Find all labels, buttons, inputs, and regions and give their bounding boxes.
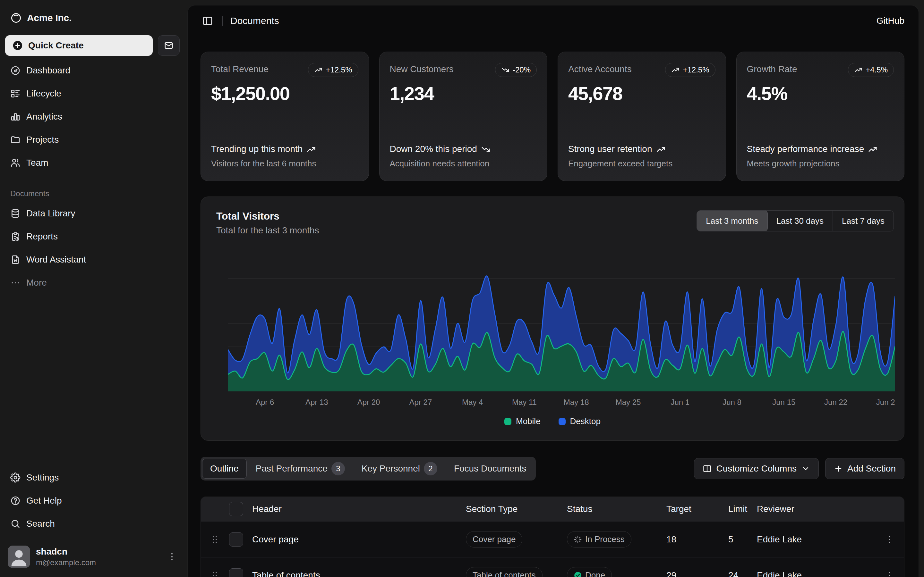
customize-columns-button[interactable]: Customize Columns: [694, 458, 819, 479]
workspace-switcher[interactable]: Acme Inc.: [5, 8, 180, 28]
list-details-icon: [10, 89, 21, 99]
column-target[interactable]: Target: [663, 504, 725, 514]
trending-up-icon: [314, 66, 322, 74]
row-actions-button[interactable]: [883, 532, 897, 546]
sidebar-item-dashboard[interactable]: Dashboard: [5, 60, 180, 81]
target-cell[interactable]: 18: [663, 534, 725, 545]
table-header-row: Header Section Type Status Target Limit …: [201, 497, 904, 521]
svg-text:Jun 15: Jun 15: [772, 398, 795, 406]
panel-left-icon: [202, 15, 213, 26]
stat-card-new-customers: New Customers -20% 1,234 Down 20% this p…: [379, 52, 548, 181]
sidebar-item-search[interactable]: Search: [5, 514, 180, 534]
main-panel: Documents GitHub Total Revenue +12.5% $1…: [187, 5, 919, 577]
sidebar-item-analytics[interactable]: Analytics: [5, 106, 180, 127]
trending-up-icon: [868, 145, 877, 154]
inbox-button[interactable]: [158, 35, 180, 56]
page-title: Documents: [230, 15, 279, 26]
more-vertical-icon[interactable]: [167, 552, 177, 562]
card-value: 45,678: [568, 83, 716, 104]
sidebar-item-settings[interactable]: Settings: [5, 467, 180, 488]
total-visitors-card: Total Visitors Total for the last 3 mont…: [200, 197, 905, 441]
svg-text:May 18: May 18: [564, 398, 589, 406]
stat-card-total-revenue: Total Revenue +12.5% $1,250.00 Trending …: [200, 52, 369, 181]
add-section-button[interactable]: Add Section: [825, 458, 905, 479]
sections-table: Header Section Type Status Target Limit …: [200, 496, 905, 577]
tab-key-personnel[interactable]: Key Personnel 2: [354, 459, 445, 479]
trending-down-icon: [501, 66, 509, 74]
sidebar: Acme Inc. Quick Create Dashboard Lifecyc…: [0, 0, 185, 577]
tab-focus-documents[interactable]: Focus Documents: [446, 459, 534, 479]
reviewer-cell[interactable]: Eddie Lake: [756, 570, 875, 577]
tab-outline[interactable]: Outline: [202, 459, 247, 479]
desktop-swatch-icon: [559, 418, 565, 425]
check-circle-icon: [573, 571, 582, 577]
svg-text:May 4: May 4: [462, 398, 483, 406]
sidebar-item-label: Analytics: [26, 111, 62, 122]
user-name: shadcn: [36, 546, 96, 557]
row-header-cell[interactable]: Cover page: [250, 534, 463, 545]
card-label: Total Revenue: [211, 63, 308, 74]
sidebar-item-projects[interactable]: Projects: [5, 129, 180, 150]
sidebar-item-lifecycle[interactable]: Lifecycle: [5, 83, 180, 104]
target-cell[interactable]: 29: [663, 570, 725, 577]
sidebar-item-word-assistant[interactable]: Word Assistant: [5, 250, 180, 270]
row-checkbox[interactable]: [229, 532, 243, 546]
quick-create-button[interactable]: Quick Create: [5, 35, 153, 56]
drag-handle[interactable]: [201, 534, 229, 545]
sidebar-item-label: Data Library: [26, 208, 75, 219]
sidebar-item-label: Get Help: [26, 496, 62, 506]
sidebar-toggle-button[interactable]: [200, 14, 215, 28]
tab-past-performance[interactable]: Past Performance 3: [248, 459, 352, 479]
user-menu[interactable]: shadcn m@example.com: [5, 542, 180, 568]
user-email: m@example.com: [36, 558, 96, 567]
word-file-icon: [10, 255, 21, 265]
card-label: New Customers: [390, 63, 495, 74]
range-last-3-months[interactable]: Last 3 months: [696, 210, 767, 231]
section-type-badge: Cover page: [466, 531, 522, 548]
trending-up-icon: [671, 66, 680, 74]
svg-text:Apr 27: Apr 27: [409, 398, 432, 406]
row-checkbox[interactable]: [229, 568, 243, 577]
mail-icon: [164, 41, 174, 50]
sidebar-item-label: Team: [26, 158, 48, 168]
count-badge: 2: [424, 462, 437, 475]
table-row: Cover page Cover page In Process 18 5 Ed…: [201, 521, 904, 557]
drag-handle[interactable]: [201, 570, 229, 577]
stat-cards: Total Revenue +12.5% $1,250.00 Trending …: [200, 52, 905, 181]
content-area: Total Revenue +12.5% $1,250.00 Trending …: [188, 36, 919, 577]
column-header[interactable]: Header: [250, 504, 463, 514]
select-all-checkbox[interactable]: [229, 502, 243, 516]
visitors-area-chart: Apr 6Apr 13Apr 20Apr 27May 4May 11May 18…: [228, 263, 895, 409]
column-reviewer[interactable]: Reviewer: [756, 504, 875, 514]
column-section-type[interactable]: Section Type: [463, 504, 564, 514]
sidebar-item-label: Search: [26, 519, 55, 529]
column-limit[interactable]: Limit: [725, 504, 756, 514]
card-label: Active Accounts: [568, 63, 665, 74]
limit-cell[interactable]: 24: [725, 570, 756, 577]
sidebar-item-data-library[interactable]: Data Library: [5, 203, 180, 224]
sidebar-item-reports[interactable]: Reports: [5, 226, 180, 247]
github-link[interactable]: GitHub: [877, 16, 905, 26]
legend-mobile[interactable]: Mobile: [504, 416, 541, 426]
legend-desktop[interactable]: Desktop: [559, 416, 601, 426]
reviewer-cell[interactable]: Eddie Lake: [756, 534, 875, 545]
row-header-cell[interactable]: Table of contents: [250, 570, 463, 577]
quick-create-label: Quick Create: [28, 40, 84, 51]
sidebar-item-get-help[interactable]: Get Help: [5, 490, 180, 511]
row-actions-button[interactable]: [883, 568, 897, 577]
sidebar-item-label: Lifecycle: [26, 89, 61, 99]
limit-cell[interactable]: 5: [725, 534, 756, 545]
card-value: $1,250.00: [211, 83, 359, 104]
loader-icon: [573, 535, 582, 544]
range-last-30-days[interactable]: Last 30 days: [767, 211, 833, 231]
count-badge: 3: [331, 462, 345, 475]
sidebar-item-team[interactable]: Team: [5, 153, 180, 173]
tabs-list: Outline Past Performance 3 Key Personnel…: [200, 457, 536, 480]
grip-vertical-icon: [210, 570, 220, 577]
sidebar-item-label: Reports: [26, 231, 58, 242]
card-value: 4.5%: [747, 83, 894, 104]
column-status[interactable]: Status: [564, 504, 663, 514]
sidebar-item-more[interactable]: More: [5, 272, 180, 293]
range-last-7-days[interactable]: Last 7 days: [833, 211, 893, 231]
more-vertical-icon: [885, 535, 895, 544]
